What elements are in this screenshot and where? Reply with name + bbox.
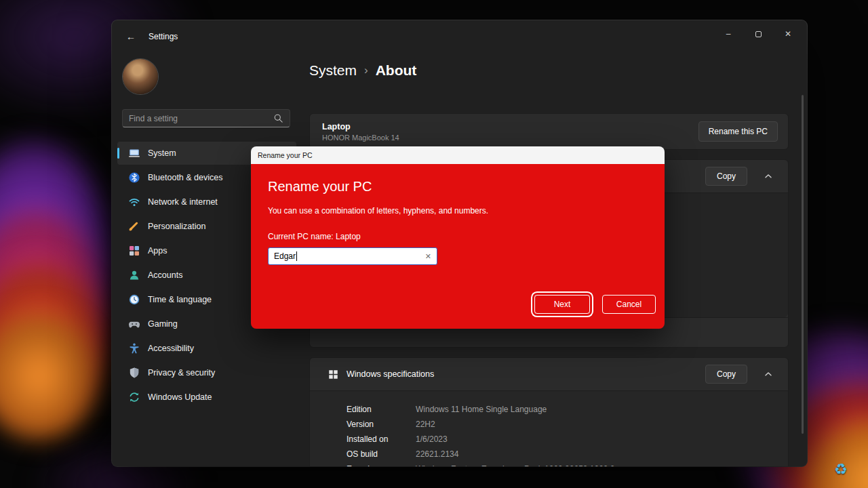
user-avatar xyxy=(123,59,158,94)
current-pc-name-label: Current PC name: Laptop xyxy=(268,232,648,241)
maximize-icon xyxy=(755,31,762,37)
system-icon xyxy=(128,147,140,159)
device-model: HONOR MagicBook 14 xyxy=(322,134,399,142)
spec-label: Version xyxy=(347,420,416,429)
window-controls: – ✕ xyxy=(713,22,803,46)
spec-value: 22H2 xyxy=(416,420,435,429)
dialog-window-title: Rename your PC xyxy=(258,151,313,159)
rename-pc-dialog: Rename your PC Rename your PC You can us… xyxy=(251,146,665,329)
sidebar-item-label: Bluetooth & devices xyxy=(148,173,223,182)
cancel-button[interactable]: Cancel xyxy=(602,295,656,314)
collapse-expander-button[interactable] xyxy=(758,167,778,186)
spec-value: Windows 11 Home Single Language xyxy=(416,405,547,414)
spec-value: 1/6/2023 xyxy=(416,434,448,444)
sidebar-item-privacy-security[interactable]: Privacy & security xyxy=(117,361,296,384)
spec-label: Edition xyxy=(347,405,416,414)
spec-value: 22621.2134 xyxy=(416,449,458,459)
wifi-icon xyxy=(128,196,140,208)
copy-button[interactable]: Copy xyxy=(705,365,747,384)
sidebar-item-label: Personalization xyxy=(148,222,205,231)
pc-name-input-value: Edgar xyxy=(274,251,296,261)
back-arrow-icon: ← xyxy=(126,31,136,42)
spec-label: OS build xyxy=(347,449,416,459)
clear-input-icon[interactable]: ✕ xyxy=(425,252,431,261)
sidebar-item-label: Network & internet xyxy=(148,197,218,207)
brush-icon xyxy=(128,220,140,232)
device-text: Laptop HONOR MagicBook 14 xyxy=(322,122,399,142)
breadcrumb: System › About xyxy=(309,62,416,79)
gamepad-icon xyxy=(128,318,140,330)
dialog-titlebar: Rename your PC xyxy=(251,146,665,164)
dialog-body: Rename your PC You can use a combination… xyxy=(251,164,665,329)
windows-specifications-card: Windows specifications Copy Edition Wind… xyxy=(309,357,789,466)
sidebar-item-label: Privacy & security xyxy=(148,368,215,378)
collapse-expander-button[interactable] xyxy=(758,365,778,384)
chevron-up-icon xyxy=(764,369,773,379)
sidebar-item-label: Windows Update xyxy=(148,392,212,402)
breadcrumb-separator: › xyxy=(364,64,368,77)
app-title: Settings xyxy=(149,32,178,41)
back-button[interactable]: ← xyxy=(120,26,142,47)
text-caret xyxy=(296,251,297,261)
sidebar-item-accessibility[interactable]: Accessibility xyxy=(117,337,296,360)
spec-label: Installed on xyxy=(347,434,416,444)
search-input[interactable]: Find a setting xyxy=(122,109,290,127)
person-icon xyxy=(128,269,140,281)
sidebar-item-label: Gaming xyxy=(148,319,178,329)
pc-name-input[interactable]: Edgar ✕ xyxy=(268,247,437,265)
copy-button[interactable]: Copy xyxy=(705,167,747,186)
settings-window: ← Settings – ✕ Find a setting System xyxy=(112,20,807,466)
device-name-card: Laptop HONOR MagicBook 14 Rename this PC xyxy=(309,113,789,150)
windows-logo-icon xyxy=(328,369,339,380)
accessibility-person-icon xyxy=(128,342,140,354)
spec-row: OS build 22621.2134 xyxy=(347,447,788,462)
spec-label: Experience xyxy=(347,464,416,466)
close-button[interactable]: ✕ xyxy=(773,22,803,46)
close-icon: ✕ xyxy=(785,29,791,39)
minimize-icon: – xyxy=(726,29,731,39)
search-icon xyxy=(273,113,283,123)
clock-icon xyxy=(128,293,140,306)
sidebar-item-label: Accounts xyxy=(148,270,182,280)
apps-grid-icon xyxy=(128,245,140,257)
spec-row: Experience Windows Feature Experience Pa… xyxy=(347,462,788,466)
sidebar-item-label: Time & language xyxy=(148,295,212,304)
maximize-button[interactable] xyxy=(743,22,773,46)
sidebar-item-label: Accessibility xyxy=(148,344,194,353)
sidebar-item-windows-update[interactable]: Windows Update xyxy=(117,386,296,409)
search-placeholder: Find a setting xyxy=(129,114,273,123)
scrollbar-thumb[interactable] xyxy=(802,95,804,434)
spec-value: Windows Feature Experience Pack 1000.226… xyxy=(416,464,615,466)
minimize-button[interactable]: – xyxy=(713,22,743,46)
recycle-bin-icon[interactable]: ♻ xyxy=(829,461,853,479)
spec-row: Installed on 1/6/2023 xyxy=(347,432,788,447)
sidebar-item-label: Apps xyxy=(148,246,167,256)
sidebar-item-label: System xyxy=(148,148,176,158)
next-button[interactable]: Next xyxy=(534,295,590,314)
bluetooth-icon xyxy=(128,171,140,184)
breadcrumb-system[interactable]: System xyxy=(309,62,357,79)
page-title: About xyxy=(376,62,417,79)
dialog-heading: Rename your PC xyxy=(268,179,648,195)
spec-row: Version 22H2 xyxy=(347,417,788,432)
chevron-up-icon xyxy=(764,171,773,181)
dialog-description: You can use a combination of letters, hy… xyxy=(268,206,648,216)
update-arrows-icon xyxy=(128,391,140,403)
rename-this-pc-button[interactable]: Rename this PC xyxy=(698,121,778,142)
windows-specifications-title: Windows specifications xyxy=(347,369,434,379)
windows-specifications-header: Windows specifications Copy xyxy=(310,358,788,390)
shield-icon xyxy=(128,367,140,379)
titlebar: ← Settings – ✕ xyxy=(112,20,807,53)
device-name: Laptop xyxy=(322,122,399,131)
windows-specifications-body: Edition Windows 11 Home Single Language … xyxy=(310,390,788,466)
dialog-buttons: Next Cancel xyxy=(534,295,656,314)
spec-row: Edition Windows 11 Home Single Language xyxy=(347,402,788,417)
